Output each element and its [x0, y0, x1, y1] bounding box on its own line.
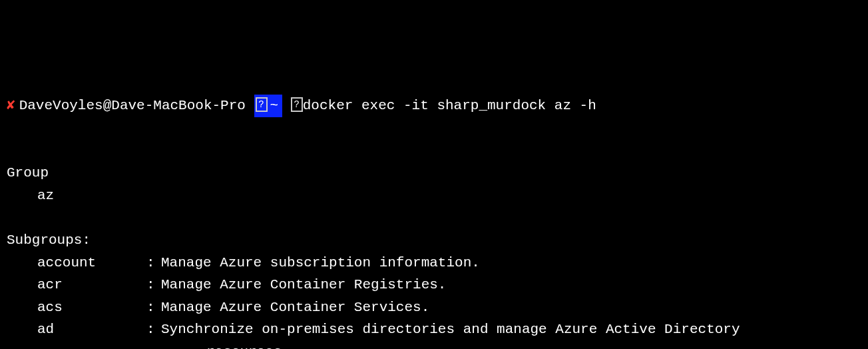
- subgroup-desc: Manage Azure Container Services.: [161, 300, 429, 315]
- subgroup-name: account: [7, 252, 146, 274]
- prompt-segment-left: ?~: [254, 95, 283, 117]
- blank-line: [7, 143, 15, 159]
- subgroup-list: account: Manage Azure subscription infor…: [7, 252, 861, 349]
- tilde-path: ~: [270, 98, 279, 113]
- blank-line: [7, 210, 15, 225]
- subgroup-name: acs: [7, 296, 146, 319]
- user-host: DaveVoyles@Dave-MacBook-Pro: [19, 98, 246, 113]
- colon-separator: :: [146, 252, 161, 274]
- colon-separator: :: [146, 296, 161, 319]
- subgroup-desc: Manage Azure subscription information.: [161, 255, 480, 270]
- glyph-box-icon: ?: [256, 97, 268, 112]
- subgroup-desc: Synchronize on-premises directories and …: [161, 322, 740, 337]
- prompt-line[interactable]: ✘DaveVoyles@Dave-MacBook-Pro ?~ ?docker …: [7, 95, 861, 117]
- glyph-box-icon: ?: [291, 97, 303, 112]
- status-cross-icon: ✘: [7, 98, 15, 113]
- subgroup-row: account: Manage Azure subscription infor…: [7, 252, 861, 274]
- subgroup-row: acr: Manage Azure Container Registries.: [7, 274, 861, 296]
- group-name: az: [7, 188, 54, 203]
- subgroup-desc: Manage Azure Container Registries.: [161, 277, 446, 292]
- subgroup-desc-continuation: resources.: [7, 341, 861, 349]
- subgroups-heading: Subgroups:: [7, 232, 91, 248]
- subgroup-row: acs: Manage Azure Container Services.: [7, 296, 861, 319]
- group-heading: Group: [7, 165, 49, 180]
- subgroup-name: acr: [7, 274, 146, 296]
- command-text: docker exec -it sharp_murdock az -h: [303, 98, 596, 113]
- subgroup-row: ad: Synchronize on-premises directories …: [7, 318, 861, 341]
- subgroup-name: ad: [7, 318, 146, 341]
- colon-separator: :: [146, 274, 161, 296]
- colon-separator: :: [146, 318, 161, 341]
